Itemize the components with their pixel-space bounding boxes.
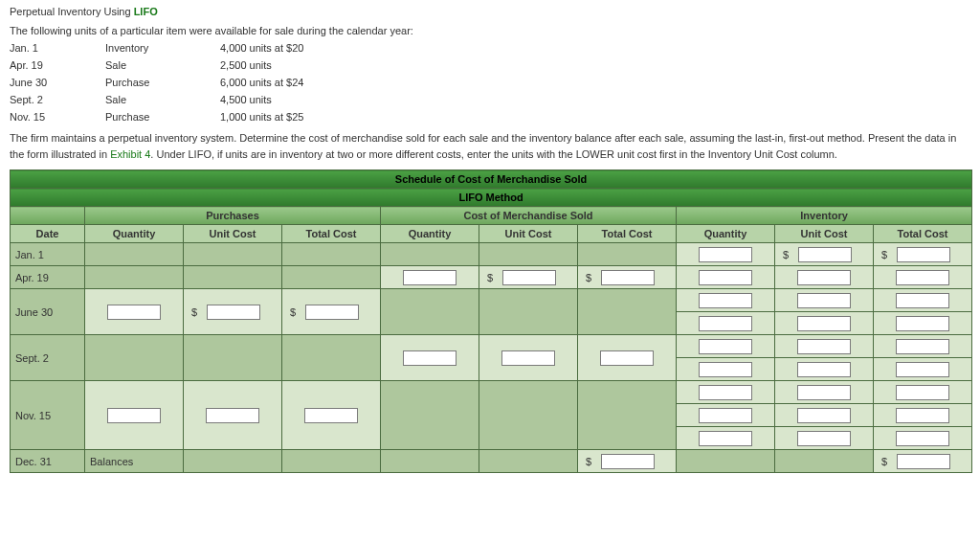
date-cell: June 30 bbox=[11, 304, 84, 321]
col-unitcost: Unit Cost bbox=[184, 225, 282, 243]
cogs-totalcost-input[interactable] bbox=[601, 270, 655, 285]
dollar-sign: $ bbox=[586, 456, 591, 467]
dollar-sign: $ bbox=[783, 249, 789, 260]
col-qty: Quantity bbox=[677, 225, 775, 243]
purch-unitcost-input[interactable] bbox=[206, 408, 259, 423]
col-totalcost: Total Cost bbox=[578, 225, 677, 243]
intro-text: The following units of a particular item… bbox=[10, 25, 970, 36]
inv-totalcost-input[interactable] bbox=[896, 362, 949, 377]
cogs-unitcost-input[interactable] bbox=[502, 270, 556, 285]
inv-qty-input[interactable] bbox=[699, 362, 752, 377]
inv-totalcost-input[interactable] bbox=[896, 316, 949, 331]
inv-totalcost-input[interactable] bbox=[896, 293, 949, 308]
inv-unitcost-input[interactable] bbox=[797, 339, 851, 354]
row-apr19: Apr. 19 $ $ bbox=[11, 266, 972, 289]
given-detail: 4,000 units at $20 bbox=[220, 42, 970, 54]
title-lifo: LIFO bbox=[134, 6, 158, 17]
given-type: Purchase bbox=[105, 77, 220, 88]
dollar-sign: $ bbox=[881, 249, 887, 260]
inv-qty-input[interactable] bbox=[699, 293, 752, 308]
given-detail: 2,500 units bbox=[220, 59, 970, 71]
inv-unitcost-input[interactable] bbox=[797, 293, 851, 308]
cogs-qty-input[interactable] bbox=[403, 270, 457, 285]
inv-unitcost-input[interactable] bbox=[797, 362, 851, 377]
given-date: Apr. 19 bbox=[10, 59, 105, 71]
inv-qty-input[interactable] bbox=[699, 247, 752, 262]
col-totalcost: Total Cost bbox=[282, 225, 381, 243]
inv-totalcost-input[interactable] bbox=[897, 247, 950, 262]
given-date: Jan. 1 bbox=[10, 42, 105, 54]
inv-totalcost-input[interactable] bbox=[896, 385, 949, 400]
group-purchases: Purchases bbox=[85, 207, 381, 225]
balances-label: Balances bbox=[85, 453, 183, 470]
instructions-part2: . Under LIFO, if units are in inventory … bbox=[150, 148, 837, 160]
col-unitcost: Unit Cost bbox=[479, 225, 578, 243]
date-cell: Dec. 31 bbox=[11, 453, 84, 470]
given-date: Nov. 15 bbox=[10, 111, 105, 123]
col-unitcost: Unit Cost bbox=[775, 225, 874, 243]
group-inventory: Inventory bbox=[677, 207, 972, 225]
date-cell: Apr. 19 bbox=[11, 269, 84, 286]
row-dec31: Dec. 31 Balances $ $ bbox=[11, 450, 972, 473]
col-qty: Quantity bbox=[85, 225, 184, 243]
schedule-subtitle: LIFO Method bbox=[11, 189, 972, 207]
cogs-unitcost-input[interactable] bbox=[501, 350, 555, 366]
given-data-grid: Jan. 1 Inventory 4,000 units at $20 Apr.… bbox=[10, 42, 970, 123]
page-title: Perpetual Inventory Using LIFO bbox=[10, 6, 970, 17]
purch-qty-input[interactable] bbox=[107, 305, 161, 320]
cogs-qty-input[interactable] bbox=[403, 350, 457, 366]
inv-unitcost-input[interactable] bbox=[798, 247, 852, 262]
inv-unitcost-input[interactable] bbox=[797, 385, 851, 400]
given-detail: 6,000 units at $24 bbox=[220, 77, 970, 88]
row-jun30: June 30 $ $ bbox=[11, 289, 972, 312]
inv-totalcost-input[interactable] bbox=[896, 431, 949, 446]
schedule-table: Schedule of Cost of Merchandise Sold LIF… bbox=[10, 169, 972, 473]
row-nov15: Nov. 15 bbox=[11, 381, 972, 404]
given-detail: 1,000 units at $25 bbox=[220, 111, 970, 123]
given-type: Sale bbox=[105, 59, 220, 71]
given-date: Sept. 2 bbox=[10, 94, 105, 105]
given-type: Purchase bbox=[105, 111, 220, 123]
schedule-title: Schedule of Cost of Merchandise Sold bbox=[11, 170, 972, 189]
exhibit-link[interactable]: Exhibit 4 bbox=[110, 148, 150, 160]
date-cell: Jan. 1 bbox=[11, 246, 84, 263]
given-detail: 4,500 units bbox=[220, 94, 970, 105]
purch-totalcost-input[interactable] bbox=[305, 305, 359, 320]
purch-qty-input[interactable] bbox=[107, 408, 161, 423]
col-blank bbox=[11, 207, 85, 225]
inv-qty-input[interactable] bbox=[699, 385, 752, 400]
inv-qty-input[interactable] bbox=[699, 431, 752, 446]
inv-qty-input[interactable] bbox=[699, 339, 752, 354]
date-cell: Nov. 15 bbox=[11, 407, 84, 424]
date-cell: Sept. 2 bbox=[11, 350, 84, 367]
purch-unitcost-input[interactable] bbox=[207, 305, 260, 320]
purch-totalcost-input[interactable] bbox=[304, 408, 358, 423]
row-sep2: Sept. 2 bbox=[11, 335, 972, 358]
dollar-sign: $ bbox=[881, 456, 887, 467]
inv-totalcost-input[interactable] bbox=[896, 408, 949, 423]
cogs-totalcost-input[interactable] bbox=[600, 350, 654, 366]
given-type: Inventory bbox=[105, 42, 220, 54]
dollar-sign: $ bbox=[191, 306, 197, 318]
dollar-sign: $ bbox=[586, 272, 591, 283]
col-totalcost: Total Cost bbox=[874, 225, 972, 243]
inv-unitcost-input[interactable] bbox=[797, 270, 851, 285]
inv-qty-input[interactable] bbox=[699, 270, 752, 285]
inv-total-balance-input[interactable] bbox=[897, 454, 950, 469]
inv-totalcost-input[interactable] bbox=[896, 339, 949, 354]
inv-qty-input[interactable] bbox=[699, 316, 752, 331]
group-cogs: Cost of Merchandise Sold bbox=[381, 207, 677, 225]
inv-totalcost-input[interactable] bbox=[896, 270, 949, 285]
given-date: June 30 bbox=[10, 77, 105, 88]
inv-unitcost-input[interactable] bbox=[797, 408, 851, 423]
dollar-sign: $ bbox=[290, 306, 296, 318]
col-date: Date bbox=[11, 225, 85, 243]
inv-qty-input[interactable] bbox=[699, 408, 752, 423]
inv-unitcost-input[interactable] bbox=[797, 431, 851, 446]
given-type: Sale bbox=[105, 94, 220, 105]
inv-unitcost-input[interactable] bbox=[797, 316, 851, 331]
dollar-sign: $ bbox=[487, 272, 493, 283]
title-prefix: Perpetual Inventory Using bbox=[10, 6, 134, 17]
cogs-total-balance-input[interactable] bbox=[601, 454, 655, 469]
row-jan1: Jan. 1 $ $ bbox=[11, 243, 972, 266]
